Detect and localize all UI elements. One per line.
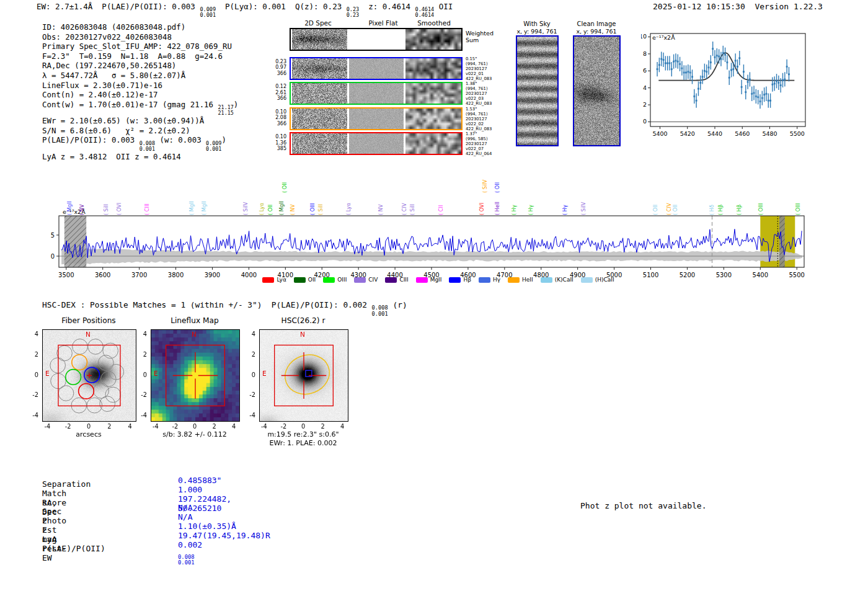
line-marker-OII: ( OII — [672, 205, 678, 215]
line-marker-SiIV: ( SiIV — [580, 202, 587, 215]
stacked-uncertainty: 0.0090.001 — [206, 141, 221, 152]
timestamp-version: 2025-01-12 10:15:30 Version 1.22.3 — [653, 2, 823, 11]
elixer-report-page: { "header": { "summary": "EW: 2.7±1.4Å P… — [0, 0, 868, 591]
fiber-2dspec-image — [292, 133, 347, 154]
panel-title-lineflux: Lineflux Map — [138, 316, 251, 325]
with-sky-image — [517, 37, 557, 145]
clean-image-coords: x, y: 994, 761 — [565, 28, 627, 35]
legend-item: OIII — [323, 277, 347, 283]
legend-label: OIII — [337, 277, 347, 283]
match-row-value: N/A — [178, 512, 192, 522]
svg-text:5200: 5200 — [680, 272, 695, 278]
line-marker-OIII: ( OIII — [309, 203, 316, 216]
info-line: S/N = 6.8(±0.6) χ² = 2.2(±0.2) — [42, 126, 238, 136]
north-label-fiber: N — [86, 331, 91, 338]
legend-label: MgII — [430, 277, 442, 283]
stacked-uncertainty: 0.0080.001 — [372, 305, 388, 317]
ytick-fiber: 0 — [24, 371, 38, 378]
info-line: Cont(n) = 2.40(±0.12)e-17 — [42, 90, 238, 100]
xtick-hsc: -2 — [276, 423, 291, 430]
stacked-uncertainty: 0.0080.001 — [178, 554, 195, 566]
legend-label: OII — [308, 277, 316, 283]
ytick-hsc: -2 — [241, 391, 255, 398]
panel-title-fiber: Fiber Positions — [30, 316, 148, 325]
spec2d-fiber-row — [290, 57, 463, 80]
legend-item: OII — [294, 277, 316, 283]
panel-xlabel-lineflux: s/b: 3.82 +/- 0.112 — [132, 430, 257, 438]
weighted-sum-label: Weighted Sum — [466, 30, 494, 43]
inset-units-label: e⁻¹⁷x2Å — [652, 34, 675, 41]
legend-item: CIII — [385, 277, 408, 283]
clean-image — [574, 37, 619, 145]
legend-swatch-Hβ — [449, 277, 461, 283]
xtick-hsc: -4 — [257, 423, 272, 430]
stacked-uncertainty: 0.230.23 — [347, 7, 359, 18]
line-fit-inset-plot: 5400542054405460548055000246810e⁻¹⁷x2Å — [641, 29, 816, 141]
line-marker-CII: ( CII — [438, 205, 444, 215]
line-marker-CIV: ( CIV — [666, 203, 672, 215]
match-row-value: 0.485883" — [178, 476, 221, 485]
svg-text:3700: 3700 — [131, 272, 147, 278]
fiber-pixelflat-image — [349, 109, 404, 129]
east-label-hsc: E — [262, 370, 267, 377]
legend-swatch-Lyα — [262, 277, 274, 283]
hsc-match-header: HSC-DEX : Possible Matches = 1 (within +… — [42, 300, 407, 317]
panel-frame-fiber — [42, 329, 136, 422]
ytick-lineflux: 2 — [132, 351, 147, 358]
stacked-uncertainty: 21.1721.15 — [218, 105, 233, 116]
north-label-lineflux: N — [192, 331, 197, 338]
xtick-lineflux: -2 — [167, 423, 182, 430]
fiber-row-meta: 1.53" (994, 761) 20230127 v022_02 422_RU… — [466, 107, 492, 131]
with-sky-coords: x, y: 994, 761 — [506, 28, 568, 35]
match-row-value: N/A — [178, 503, 192, 512]
xtick-fiber: 4 — [123, 423, 138, 430]
line-marker-NV: ( NV — [290, 204, 296, 215]
fiber-2dspec-image — [292, 109, 347, 129]
svg-text:5500: 5500 — [789, 272, 804, 278]
line-marker-SiIV: ( SiIV — [482, 180, 488, 193]
line-marker-Hβ: ( Hβ — [736, 205, 742, 215]
info-line: LyA z = 3.4812 OII z = 0.4614 — [42, 152, 238, 162]
svg-text:5420: 5420 — [680, 130, 695, 137]
svg-text:5480: 5480 — [762, 130, 777, 137]
svg-text:5440: 5440 — [707, 130, 722, 137]
svg-text:0: 0 — [643, 118, 647, 125]
info-line: Obs: 20230127v022_4026083048 — [42, 32, 238, 42]
panel-image-hsc — [260, 330, 348, 421]
ytick-lineflux: 4 — [132, 331, 147, 337]
legend-item: Hβ — [449, 277, 471, 283]
legend-swatch-(H)CaII — [581, 277, 593, 283]
fiber-row-meta: 1.37" (996, 585) 20230127 v022_07 422_RU… — [466, 131, 492, 156]
line-marker-CIV: ( CIV — [401, 203, 407, 215]
stacked-uncertainty: 0.0090.001 — [200, 7, 216, 18]
svg-text:2: 2 — [643, 101, 647, 108]
line-marker-OII: ( OII — [652, 205, 658, 215]
ytick-hsc: 4 — [241, 331, 255, 337]
fiber-pixelflat-image — [349, 83, 404, 104]
version-label: Version 1.22.3 — [755, 2, 823, 11]
legend-label: Hγ — [493, 277, 500, 283]
fiber-row-weights: 0.23 0.97 366 — [267, 59, 286, 77]
fiber-row-weights: 0.12 2.61 366 — [267, 84, 286, 102]
legend-label: CIV — [368, 277, 378, 283]
line-marker-NV: ( NV — [79, 204, 85, 215]
info-line: EWr = 2.10(±0.65) (w: 3.00(±0.94))Å — [42, 116, 238, 126]
ytick-lineflux: 0 — [132, 371, 147, 378]
ytick-fiber: -2 — [24, 391, 38, 398]
east-label-lineflux: E — [154, 370, 158, 377]
xtick-hsc: 0 — [296, 423, 311, 430]
fiber-row-meta: 1.38" (994, 761) 20230127 v022_03 422_RU… — [466, 81, 492, 106]
svg-text:10: 10 — [641, 33, 647, 40]
line-marker-Hδ: ( Hδ — [709, 205, 715, 215]
ytick-lineflux: -2 — [132, 391, 147, 398]
legend-swatch-CIV — [354, 277, 366, 283]
line-marker-Lyα: ( Lyα — [345, 203, 352, 215]
svg-text:5: 5 — [51, 232, 55, 239]
ytick-fiber: 4 — [24, 331, 38, 337]
xtick-lineflux: 0 — [187, 423, 202, 430]
line-marker-Hβ: ( Hβ — [717, 205, 724, 215]
stacked-uncertainty: 0.0080.001 — [140, 141, 155, 152]
gaussian-fit-curve — [658, 53, 794, 81]
xtick-lineflux: -4 — [148, 423, 163, 430]
weighted-sum-box — [290, 28, 463, 51]
